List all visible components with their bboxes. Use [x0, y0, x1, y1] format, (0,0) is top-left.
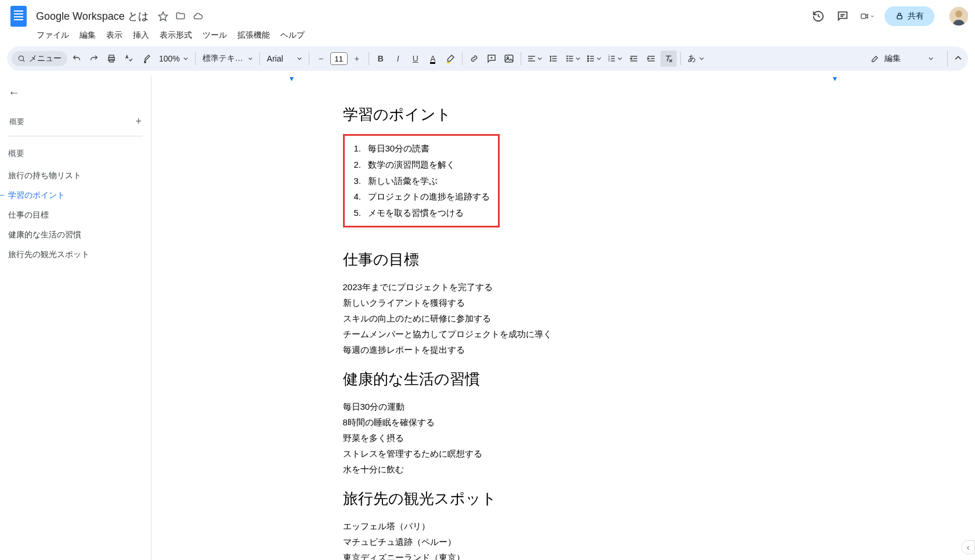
- redo-button[interactable]: [86, 50, 102, 67]
- svg-rect-2: [897, 16, 902, 19]
- menu-7[interactable]: ヘルプ: [276, 28, 309, 43]
- move-folder-icon[interactable]: [175, 11, 186, 21]
- menu-5[interactable]: ツール: [198, 28, 231, 43]
- font-select[interactable]: Arial: [263, 54, 305, 63]
- svg-point-12: [587, 58, 588, 59]
- outline-heading: 概要: [9, 117, 24, 127]
- underline-button[interactable]: U: [407, 50, 424, 67]
- list-item[interactable]: 8時間の睡眠を確保する: [343, 414, 784, 430]
- document-area[interactable]: ▾ ▾ 学習のポイント毎日30分の読書数学の演習問題を解く新しい語彙を学ぶプロジ…: [151, 75, 975, 560]
- star-icon[interactable]: [158, 11, 168, 21]
- mode-label: 編集: [884, 53, 901, 64]
- list-item[interactable]: 新しい語彙を学ぶ: [351, 173, 490, 189]
- svg-text:3: 3: [608, 59, 610, 62]
- line-spacing-button[interactable]: [546, 50, 562, 67]
- list-item[interactable]: スキルの向上のために研修に参加する: [343, 310, 784, 326]
- cloud-status-icon[interactable]: [193, 11, 203, 21]
- mode-select[interactable]: 編集: [865, 51, 939, 66]
- meet-icon[interactable]: [860, 9, 874, 23]
- list-item[interactable]: 水を十分に飲む: [343, 461, 784, 477]
- list-item[interactable]: 野菜を多く摂る: [343, 430, 784, 446]
- comments-icon[interactable]: [836, 9, 850, 23]
- outline-panel: ← 概要 + 概要 旅行の持ち物リスト学習のポイント仕事の目標健康的な生活の習慣…: [0, 75, 151, 560]
- docs-logo[interactable]: [7, 5, 30, 28]
- outline-section-label[interactable]: 概要: [8, 147, 143, 161]
- menu-0[interactable]: ファイル: [32, 28, 73, 43]
- document-title[interactable]: Google Workspace とは: [32, 8, 152, 24]
- text-color-button[interactable]: A: [425, 50, 441, 67]
- collapse-toolbar-button[interactable]: [947, 50, 963, 67]
- outline-add-button[interactable]: +: [135, 115, 142, 128]
- align-button[interactable]: [525, 50, 544, 67]
- heading-0[interactable]: 学習のポイント: [343, 104, 784, 125]
- zoom-select[interactable]: 100%: [156, 54, 192, 63]
- fontsize-input[interactable]: [330, 52, 348, 65]
- outline-item-0[interactable]: 旅行の持ち物リスト: [8, 169, 143, 183]
- checklist-button[interactable]: [563, 50, 583, 67]
- account-avatar[interactable]: [949, 7, 968, 26]
- insert-image-button[interactable]: [501, 50, 517, 67]
- share-button[interactable]: 共有: [884, 6, 934, 26]
- list-item[interactable]: ストレスを管理するために瞑想する: [343, 446, 784, 461]
- heading-2[interactable]: 健康的な生活の習慣: [343, 369, 784, 389]
- list-item[interactable]: 東京ディズニーランド（東京）: [343, 550, 784, 560]
- list-item[interactable]: チームメンバーと協力してプロジェクトを成功に導く: [343, 326, 784, 342]
- outline-item-3[interactable]: 健康的な生活の習慣: [8, 228, 143, 242]
- insert-link-button[interactable]: [466, 50, 482, 67]
- svg-point-5: [19, 56, 23, 60]
- italic-button[interactable]: I: [390, 50, 406, 67]
- list-item[interactable]: 2023年までにプロジェクトを完了する: [343, 279, 784, 295]
- svg-point-11: [587, 56, 588, 57]
- menu-6[interactable]: 拡張機能: [233, 28, 274, 43]
- menu-1[interactable]: 編集: [75, 28, 100, 43]
- side-panel-toggle[interactable]: ‹: [961, 540, 975, 554]
- increase-fontsize-button[interactable]: +: [349, 50, 365, 67]
- list-item[interactable]: 新しいクライアントを獲得する: [343, 295, 784, 310]
- svg-marker-0: [158, 12, 167, 21]
- menu-4[interactable]: 表示形式: [156, 28, 196, 43]
- decrease-fontsize-button[interactable]: −: [313, 50, 329, 67]
- svg-point-4: [955, 10, 962, 17]
- list-item[interactable]: プロジェクトの進捗を追跡する: [351, 189, 490, 205]
- input-tools-button[interactable]: あ: [684, 53, 707, 64]
- menu-3[interactable]: 挿入: [129, 28, 153, 43]
- ruler-indent-right-icon[interactable]: ▾: [833, 75, 837, 83]
- menubar: ファイル編集表示挿入表示形式ツール拡張機能ヘルプ: [0, 28, 975, 46]
- bulleted-list-button[interactable]: [584, 50, 604, 67]
- decrease-indent-button[interactable]: [626, 50, 642, 67]
- numbered-list-button[interactable]: 123: [605, 50, 624, 67]
- paint-format-button[interactable]: [138, 50, 154, 67]
- list-item[interactable]: 数学の演習問題を解く: [351, 157, 490, 173]
- svg-rect-1: [861, 14, 866, 19]
- list-item[interactable]: マチュピチュ遺跡（ペルー）: [343, 534, 784, 550]
- outline-item-1[interactable]: 学習のポイント: [8, 189, 143, 203]
- highlight-box: 毎日30分の読書数学の演習問題を解く新しい語彙を学ぶプロジェクトの進捗を追跡する…: [343, 134, 500, 227]
- list-item[interactable]: エッフェル塔（パリ）: [343, 518, 784, 534]
- paragraph-style-select[interactable]: 標準テキス…: [199, 53, 256, 64]
- menu-2[interactable]: 表示: [102, 28, 127, 43]
- menus-label: メニュー: [29, 53, 62, 64]
- heading-3[interactable]: 旅行先の観光スポット: [343, 489, 784, 509]
- outline-collapse-button[interactable]: ←: [8, 86, 143, 99]
- outline-item-4[interactable]: 旅行先の観光スポット: [8, 248, 143, 262]
- heading-1[interactable]: 仕事の目標: [343, 250, 784, 270]
- list-item[interactable]: 毎週の進捗レポートを提出する: [343, 342, 784, 357]
- add-comment-button[interactable]: [483, 50, 500, 67]
- history-icon[interactable]: [811, 9, 825, 23]
- toolbar: メニュー 100% 標準テキス… Arial − + B I U A 123: [7, 46, 968, 71]
- undo-button[interactable]: [68, 50, 85, 67]
- share-label: 共有: [908, 11, 924, 21]
- highlight-color-button[interactable]: [442, 50, 458, 67]
- spellcheck-button[interactable]: [121, 50, 137, 67]
- clear-formatting-button[interactable]: [660, 50, 677, 67]
- bold-button[interactable]: B: [373, 50, 389, 67]
- list-item[interactable]: 毎日30分の読書: [351, 140, 490, 157]
- menus-button[interactable]: メニュー: [12, 51, 67, 66]
- ruler-indent-left-icon[interactable]: ▾: [290, 75, 294, 83]
- svg-point-13: [587, 60, 588, 62]
- outline-item-2[interactable]: 仕事の目標: [8, 208, 143, 222]
- increase-indent-button[interactable]: [643, 50, 659, 67]
- list-item[interactable]: メモを取る習慣をつける: [351, 205, 490, 221]
- print-button[interactable]: [103, 50, 120, 67]
- list-item[interactable]: 毎日30分の運動: [343, 399, 784, 414]
